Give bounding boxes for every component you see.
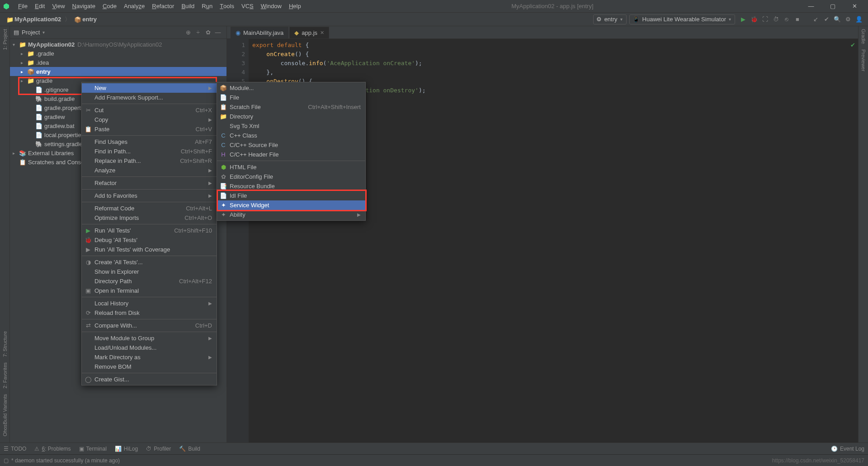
maximize-button[interactable]: ▢	[822, 0, 844, 12]
ctx-optimize[interactable]: Optimize ImportsCtrl+Alt+O	[82, 213, 217, 223]
ctx-remove-bom[interactable]: Remove BOM	[82, 362, 217, 371]
ctx-load-unload[interactable]: Load/Unload Modules...	[82, 343, 217, 352]
ctx-run-all[interactable]: ▶Run 'All Tests'Ctrl+Shift+F10	[82, 226, 217, 235]
tool-build[interactable]: 🔨Build	[179, 446, 200, 452]
ctx-open-terminal[interactable]: ▣Open in Terminal	[82, 286, 217, 295]
tool-eventlog[interactable]: 🕑Event Log	[831, 446, 864, 452]
ctx-copy[interactable]: Copy▶	[82, 115, 217, 124]
context-menu[interactable]: New▶ Add Framework Support... ✂CutCtrl+X…	[81, 82, 217, 385]
new-module[interactable]: 📦Module...	[217, 83, 365, 93]
new-service-widget[interactable]: ✦Service Widget	[217, 200, 365, 210]
tab-mainability[interactable]: ◉ MainAbility.java	[231, 27, 288, 38]
attach-button[interactable]: ⎋	[781, 14, 792, 24]
tool-problems[interactable]: ⚠6: Problems	[34, 446, 71, 452]
search-button[interactable]: 🔍	[832, 14, 843, 24]
tree-item-entry[interactable]: ▸📦entry	[10, 67, 226, 76]
settings-gear-icon[interactable]: ✿	[203, 29, 213, 36]
git-commit-button[interactable]: ✔	[821, 14, 832, 24]
menu-build[interactable]: Build	[178, 0, 198, 12]
ctx-paste[interactable]: 📋PasteCtrl+V	[82, 124, 217, 134]
ctx-find-usages[interactable]: Find UsagesAlt+F7	[82, 137, 217, 147]
menu-tools[interactable]: Tools	[216, 0, 238, 12]
tool-todo[interactable]: ☰TODO	[4, 446, 26, 452]
ctx-reformat[interactable]: Reformat CodeCtrl+Alt+L	[82, 204, 217, 213]
ctx-compare[interactable]: ⇄Compare With...Ctrl+D	[82, 321, 217, 330]
new-resource-bundle[interactable]: 📑Resource Bundle	[217, 181, 365, 191]
menu-edit[interactable]: Edit	[31, 0, 48, 12]
ctx-show-explorer[interactable]: Show in Explorer	[82, 267, 217, 276]
new-svg[interactable]: Svg To Xml	[217, 121, 365, 131]
ctx-analyze[interactable]: Analyze▶	[82, 166, 217, 175]
tool-gradle[interactable]: Gradle	[861, 26, 866, 47]
ctx-add-framework[interactable]: Add Framework Support...	[82, 93, 217, 102]
debug-button[interactable]: 🐞	[749, 14, 760, 24]
device-selector[interactable]: 📱 Huawei Lite Wearable Simulator ▾	[629, 14, 735, 24]
ctx-directory-path[interactable]: Directory PathCtrl+Alt+F12	[82, 276, 217, 286]
ctx-reload[interactable]: ⟳Reload from Disk	[82, 308, 217, 318]
ctx-local-history[interactable]: Local History▶	[82, 299, 217, 308]
menu-code[interactable]: Code	[99, 0, 120, 12]
locate-button[interactable]: ⊕	[183, 29, 193, 36]
run-config-selector[interactable]: ⚙ entry ▾	[593, 14, 627, 24]
tool-hilog[interactable]: 📊HiLog	[115, 446, 138, 452]
new-file[interactable]: 📄File	[217, 93, 365, 102]
tool-previewer[interactable]: Previewer	[861, 47, 866, 74]
ctx-move-module[interactable]: Move Module to Group▶	[82, 333, 217, 343]
new-editorconfig[interactable]: ✿EditorConfig File	[217, 172, 365, 181]
ctx-cut[interactable]: ✂CutCtrl+X	[82, 105, 217, 115]
ctx-debug-all[interactable]: 🐞Debug 'All Tests'	[82, 235, 217, 245]
coverage-button[interactable]: ⛶	[760, 14, 770, 24]
breadcrumb-root[interactable]: 📁 MyApplication02	[4, 15, 64, 24]
chevron-down-icon[interactable]: ▾	[42, 30, 45, 35]
close-button[interactable]: ✕	[844, 0, 865, 12]
ctx-new[interactable]: New▶	[82, 83, 217, 93]
ctx-create-all[interactable]: ◑Create 'All Tests'...	[82, 257, 217, 267]
menu-navigate[interactable]: Navigate	[69, 0, 99, 12]
new-cpp-class[interactable]: CC++ Class	[217, 131, 365, 140]
tab-appjs[interactable]: ◆ app.js ✕	[289, 27, 329, 38]
run-button[interactable]: ▶	[738, 14, 749, 24]
tool-profiler[interactable]: ⏱Profiler	[146, 446, 171, 452]
minimize-button[interactable]: —	[800, 0, 822, 12]
ctx-create-gist[interactable]: ◯Create Gist...	[82, 375, 217, 384]
tool-project[interactable]: 1: Project	[2, 26, 8, 52]
close-tab-icon[interactable]: ✕	[320, 30, 324, 36]
menu-refactor[interactable]: Refactor	[148, 0, 178, 12]
ctx-coverage[interactable]: ▶Run 'All Tests' with Coverage	[82, 245, 217, 254]
menu-run[interactable]: Run	[198, 0, 216, 12]
menu-view[interactable]: View	[48, 0, 68, 12]
menu-vcs[interactable]: VCS	[238, 0, 257, 12]
menu-file[interactable]: File	[14, 0, 31, 12]
menu-window[interactable]: Window	[257, 0, 285, 12]
collapse-button[interactable]: ÷	[193, 29, 203, 36]
ctx-replace-in-path[interactable]: Replace in Path...Ctrl+Shift+R	[82, 156, 217, 166]
tree-item-idea[interactable]: ▸📁.idea	[10, 58, 226, 67]
new-c-header[interactable]: HC/C++ Header File	[217, 150, 365, 159]
git-update-button[interactable]: ↙	[810, 14, 821, 24]
submenu-new[interactable]: 📦Module... 📄File 📋Scratch FileCtrl+Alt+S…	[217, 82, 366, 221]
ctx-refactor[interactable]: Refactor▶	[82, 178, 217, 188]
hide-button[interactable]: —	[213, 29, 223, 36]
new-idl[interactable]: 📄Idl File	[217, 191, 365, 200]
new-ability[interactable]: ✦Ability▶	[217, 210, 365, 219]
breadcrumb-leaf[interactable]: 📦 entry	[71, 15, 99, 24]
tool-terminal[interactable]: ▣Terminal	[79, 446, 107, 452]
stop-button[interactable]: ■	[792, 14, 803, 24]
tool-build-variants[interactable]: OhosBuild Variants	[2, 391, 8, 439]
tool-favorites[interactable]: 2: Favorites	[2, 360, 8, 391]
menu-help[interactable]: Help	[285, 0, 305, 12]
ctx-mark-directory[interactable]: Mark Directory as▶	[82, 352, 217, 362]
ctx-find-in-path[interactable]: Find in Path...Ctrl+Shift+F	[82, 147, 217, 156]
new-directory[interactable]: 📁Directory	[217, 112, 365, 121]
tool-structure[interactable]: 7: Structure	[2, 328, 8, 360]
tree-root[interactable]: ▾📁 MyApplication02D:\HarmonyOS\MyApplica…	[10, 40, 226, 49]
ctx-add-favorites[interactable]: Add to Favorites▶	[82, 191, 217, 200]
menu-analyze[interactable]: Analyze	[120, 0, 148, 12]
new-c-source[interactable]: CC/C++ Source File	[217, 140, 365, 150]
profile-button[interactable]: ⏱	[770, 14, 781, 24]
avatar-icon[interactable]: 👤	[854, 14, 864, 24]
new-html[interactable]: ⬢HTML File	[217, 162, 365, 172]
settings-button[interactable]: ⚙	[843, 14, 854, 24]
new-scratch[interactable]: 📋Scratch FileCtrl+Alt+Shift+Insert	[217, 102, 365, 112]
tree-item-gradle[interactable]: ▸📁.gradle	[10, 49, 226, 58]
